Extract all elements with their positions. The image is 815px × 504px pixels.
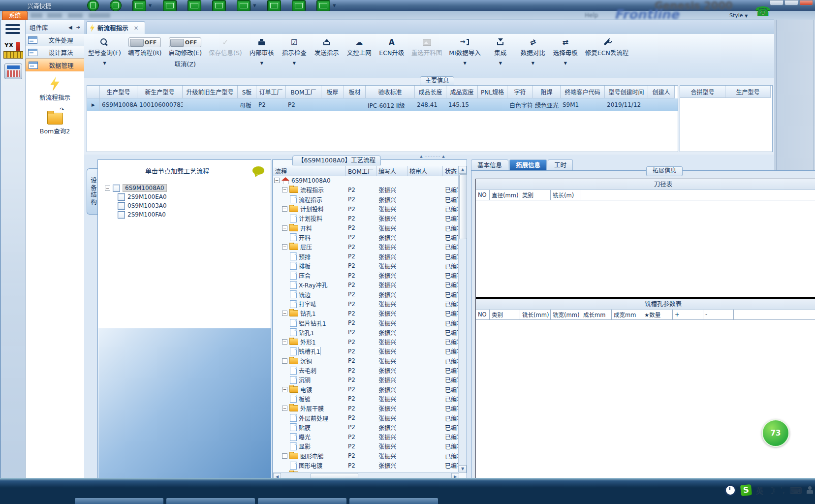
status-cell[interactable]: 已编写 xyxy=(443,280,459,289)
column-header-成长mm[interactable]: 成长mm xyxy=(581,310,612,319)
writer-cell[interactable]: 张振兴 xyxy=(376,413,408,422)
ribbon-button-型号查询(F)[interactable]: 型号查询(F)▼ xyxy=(88,37,121,66)
writer-cell[interactable]: 张振兴 xyxy=(376,290,408,299)
grid-select-all[interactable] xyxy=(87,86,100,98)
scroll-up-icon[interactable]: ▲ xyxy=(459,166,467,174)
ribbon-button-内部审核[interactable]: 内部审核▼ xyxy=(249,37,275,66)
process-node[interactable]: −电镀 xyxy=(273,385,346,394)
close-button[interactable] xyxy=(799,0,813,5)
dropdown-caret-icon[interactable]: ▼ xyxy=(260,61,263,66)
column-header-NO[interactable]: NO xyxy=(476,190,490,200)
status-cell[interactable]: 已编写 xyxy=(443,375,459,384)
tab-device-structure[interactable]: 设备结构 xyxy=(87,168,98,215)
ribbon-button-编写流程(R)[interactable]: OFF编写流程(R) xyxy=(128,37,161,66)
keyboard-icon[interactable]: ⌨ xyxy=(789,485,802,496)
ribbon-button-MI数据导入[interactable]: MI数据导入▼ xyxy=(449,37,480,66)
column-header-创建人[interactable]: 创建人 xyxy=(648,86,675,98)
copy-icon[interactable] xyxy=(213,0,225,11)
status-cell[interactable]: 已编写 xyxy=(443,290,459,299)
column-header-类别[interactable]: 类别 xyxy=(520,190,551,200)
sidebar-item-数据管理[interactable]: 数据管理 xyxy=(26,59,85,71)
reviewer-cell[interactable] xyxy=(408,204,443,214)
ribbon-button-集成[interactable]: 集成▼ xyxy=(488,37,513,66)
factory-cell[interactable]: P2 xyxy=(346,185,376,194)
checkbox-icon[interactable] xyxy=(113,185,120,192)
factory-cell[interactable]: P2 xyxy=(346,413,376,422)
reviewer-cell[interactable] xyxy=(408,394,443,404)
process-node[interactable]: 铝片钻孔1 xyxy=(273,319,346,327)
device-tree-node[interactable]: 2S9M100EA0 xyxy=(105,192,262,201)
tab-拓展信息[interactable]: 拓展信息 xyxy=(509,159,547,170)
writer-cell[interactable]: 张振兴 xyxy=(376,432,408,441)
ribbon-button-选择母板[interactable]: ⇄选择母板▼ xyxy=(553,37,578,66)
reviewer-cell[interactable] xyxy=(408,280,443,289)
status-cell[interactable]: 已编写 xyxy=(443,461,459,470)
dropdown-caret-icon[interactable]: ▼ xyxy=(499,61,502,66)
cell-阻焊[interactable]: 绿色亚光 xyxy=(533,98,561,111)
process-node[interactable]: −外层干膜 xyxy=(273,404,346,412)
factory-cell[interactable]: P2 xyxy=(346,337,376,346)
status-cell[interactable]: 已编写 xyxy=(443,366,459,375)
process-row-显影[interactable]: 显影P2张振兴已编写 xyxy=(273,441,459,451)
ribbon-button-保存信息(S)[interactable]: ✓保存信息(S) xyxy=(209,37,242,66)
collapse-icon[interactable]: − xyxy=(282,406,287,411)
factory-cell[interactable]: P2 xyxy=(346,242,376,252)
process-row-沉铜[interactable]: 沉铜P2张振兴已编写 xyxy=(273,375,459,384)
status-cell[interactable]: 已编写 xyxy=(443,346,459,356)
factory-cell[interactable]: P2 xyxy=(346,385,376,394)
column-header-NO[interactable]: NO xyxy=(476,310,490,319)
cell-BOM工厂[interactable]: P2 xyxy=(286,98,321,111)
column-header-订单工厂[interactable]: 订单工厂 xyxy=(256,86,286,98)
column-header-铣长(mm)[interactable]: 铣长(mm) xyxy=(520,310,551,319)
collapse-icon[interactable]: − xyxy=(105,186,110,191)
tool-新流程指示[interactable]: 新流程指示 xyxy=(26,76,84,102)
collapse-icon[interactable]: − xyxy=(282,311,287,316)
writer-cell[interactable]: 张振兴 xyxy=(376,337,408,346)
yx-factory-icon[interactable]: YX xyxy=(3,42,22,59)
column-header-板厚[interactable]: 板厚 xyxy=(321,86,344,98)
collapse-icon[interactable]: − xyxy=(282,358,287,364)
process-node[interactable]: −外形1 xyxy=(273,338,346,346)
column-header--[interactable]: - xyxy=(703,310,734,319)
sidebar-item-设计算法[interactable]: 设计算法 xyxy=(26,46,84,59)
writer-cell[interactable]: 张振兴 xyxy=(376,394,408,404)
reviewer-cell[interactable] xyxy=(408,290,443,299)
clock-icon[interactable] xyxy=(724,484,736,496)
process-node[interactable]: 外层前处理 xyxy=(273,414,346,422)
reviewer-cell[interactable] xyxy=(408,346,443,356)
process-row-6S9M1008A0[interactable]: −6S9M1008A0 xyxy=(273,176,459,185)
column-header-验收标准[interactable]: 验收标准 xyxy=(366,86,415,98)
status-cell[interactable] xyxy=(443,176,459,185)
tab-new-process-instruction[interactable]: 新流程指示 × xyxy=(86,21,145,34)
process-row-铣槽孔1[interactable]: 铣槽孔1P2张振兴已编写 xyxy=(273,346,459,356)
column-header-型号创建时间[interactable]: 型号创建时间 xyxy=(605,86,648,98)
process-node[interactable]: 贴膜 xyxy=(273,423,346,432)
process-row-钻孔1[interactable]: −钻孔1P2张振兴已编写 xyxy=(273,309,459,318)
horizontal-splitter[interactable]: ▲ ·········· ▲ xyxy=(84,155,774,159)
ribbon-button-sublabel[interactable]: 取消(Z) xyxy=(175,59,196,68)
column-header-生产型号[interactable]: 生产型号 xyxy=(725,86,771,98)
column-header-铣长(m)[interactable]: 铣长(m) xyxy=(551,190,581,200)
factory-cell[interactable]: P2 xyxy=(346,252,376,261)
process-row-计划投料[interactable]: 计划投料P2张振兴已编写 xyxy=(273,214,459,223)
column-header-核审人[interactable]: 核审人 xyxy=(408,166,443,176)
reviewer-cell[interactable] xyxy=(408,176,443,185)
globe-icon[interactable] xyxy=(110,0,121,11)
status-cell[interactable]: 已编写 xyxy=(443,337,459,346)
process-row-X-Ray冲孔[interactable]: X-Ray冲孔P2张振兴已编写 xyxy=(273,280,459,289)
person-icon[interactable] xyxy=(807,486,813,494)
device-tree-node[interactable]: 0S9M1003A0 xyxy=(105,201,262,210)
factory-cell[interactable]: P2 xyxy=(346,461,376,470)
status-cell[interactable]: 已编写 xyxy=(443,223,459,232)
status-cell[interactable]: 已编写 xyxy=(443,299,459,309)
factory-cell[interactable]: P2 xyxy=(346,328,376,337)
column-header-新生产型号[interactable]: 新生产型号 xyxy=(137,86,183,98)
process-node[interactable]: X-Ray冲孔 xyxy=(273,281,346,289)
ribbon-button-重选开料图[interactable]: 重选开料图 xyxy=(411,37,442,66)
calculator-icon[interactable] xyxy=(4,63,22,79)
writer-cell[interactable]: 张振兴 xyxy=(376,261,408,271)
writer-cell[interactable]: 张振兴 xyxy=(376,242,408,252)
reviewer-cell[interactable] xyxy=(408,328,443,337)
process-row-曝光[interactable]: 曝光P2张振兴已编写 xyxy=(273,432,459,441)
reviewer-cell[interactable] xyxy=(408,252,443,261)
